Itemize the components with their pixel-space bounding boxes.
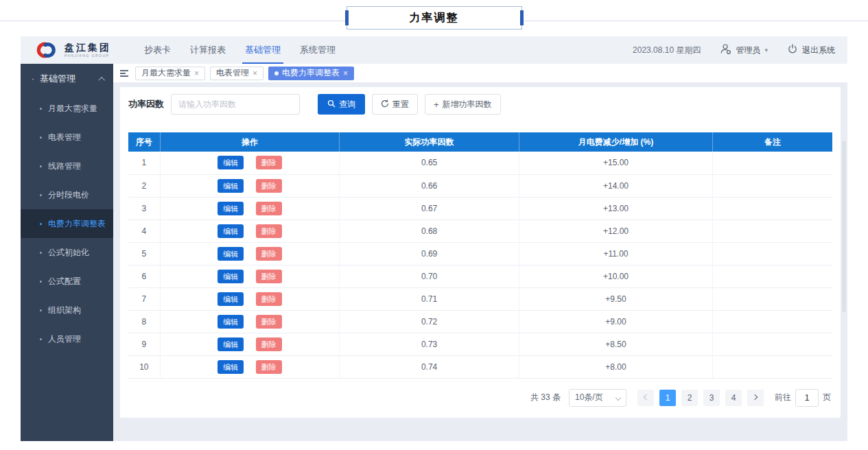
delete-button[interactable]: 删除 (256, 247, 282, 261)
row-actual-power-factor: 0.72 (340, 310, 519, 333)
scrollbar-thumb[interactable] (842, 141, 846, 312)
table-row: 5 编辑 删除 0.69 +11.00 (128, 242, 832, 265)
prev-page-button[interactable] (637, 390, 654, 406)
row-actions: 编辑 删除 (160, 174, 340, 197)
row-actual-power-factor: 0.66 (340, 174, 519, 197)
row-actions: 编辑 删除 (160, 152, 340, 174)
close-icon[interactable]: × (343, 69, 348, 78)
top-banner: 力率调整 (0, 0, 868, 36)
page-title-box: 力率调整 (347, 6, 522, 29)
row-monthly-fee-change: +9.50 (519, 287, 712, 310)
sidebar-item-8[interactable]: 人员管理 (21, 324, 113, 353)
reset-button[interactable]: 重置 (372, 94, 418, 115)
row-actual-power-factor: 0.73 (340, 333, 519, 355)
edit-button[interactable]: 编辑 (218, 315, 244, 329)
page-number-button-1[interactable]: 1 (659, 390, 676, 406)
tabs-collapse-icon[interactable] (120, 70, 128, 77)
page-number-button-4[interactable]: 4 (725, 390, 742, 406)
sidebar-item-1[interactable]: 电表管理 (21, 123, 113, 152)
sidebar-item-7[interactable]: 组织架构 (21, 296, 113, 324)
tab-meter-management[interactable]: 电表管理 × (210, 67, 263, 80)
goto-page-input[interactable] (795, 389, 819, 407)
row-actions: 编辑 删除 (160, 265, 340, 287)
edit-button[interactable]: 编辑 (218, 338, 244, 351)
bullet-icon (40, 108, 42, 110)
delete-button[interactable]: 删除 (256, 179, 282, 193)
date-text: 2023.08.10 星期四 (633, 45, 701, 56)
bullet-icon (40, 223, 42, 225)
user-menu[interactable]: 管理员 ▾ (720, 43, 768, 58)
delete-button[interactable]: 删除 (256, 360, 282, 374)
edit-button[interactable]: 编辑 (218, 179, 244, 193)
row-actual-power-factor: 0.67 (340, 197, 519, 220)
delete-button[interactable]: 删除 (256, 202, 282, 215)
delete-button[interactable]: 删除 (256, 156, 282, 169)
chevron-up-icon (98, 76, 105, 83)
bullet-icon (40, 309, 42, 311)
refresh-icon (381, 99, 389, 110)
sidebar-item-label: 分时段电价 (48, 189, 89, 201)
close-icon[interactable]: × (194, 69, 199, 78)
table-header: 序号操作实际功率因数月电费减少/增加 (%)备注 (128, 132, 832, 152)
nav-item-3[interactable]: 系统管理 (290, 36, 345, 64)
delete-button[interactable]: 删除 (256, 270, 282, 283)
nav-item-2[interactable]: 基础管理 (235, 36, 290, 64)
edit-button[interactable]: 编辑 (218, 202, 244, 215)
page-size-label: 10条/页 (575, 392, 603, 403)
scrollbar-track[interactable] (842, 65, 846, 440)
next-page-button[interactable] (747, 390, 764, 406)
user-icon (720, 43, 731, 58)
sidebar-item-label: 线路管理 (48, 161, 81, 172)
add-power-factor-button[interactable]: + 新增功率因数 (425, 94, 501, 115)
table-row: 4 编辑 删除 0.68 +12.00 (128, 220, 832, 242)
sidebar-item-2[interactable]: 线路管理 (21, 152, 113, 180)
delete-button[interactable]: 删除 (256, 224, 282, 238)
nav-item-1[interactable]: 计算报表 (180, 36, 235, 64)
goto-unit-label: 页 (823, 392, 831, 403)
tab-label: 电表管理 (216, 67, 249, 79)
edit-button[interactable]: 编辑 (218, 247, 244, 261)
column-header-1: 操作 (160, 132, 340, 152)
close-icon[interactable]: × (253, 69, 257, 78)
nav-item-0[interactable]: 抄表卡 (134, 36, 180, 64)
row-actions: 编辑 删除 (160, 310, 340, 333)
logout-button[interactable]: 退出系统 (787, 43, 835, 57)
search-button[interactable]: 查询 (318, 94, 365, 115)
row-index: 10 (128, 355, 160, 378)
sidebar-item-3[interactable]: 分时段电价 (21, 180, 113, 209)
row-remark (713, 220, 832, 242)
row-actual-power-factor: 0.71 (340, 287, 519, 310)
row-index: 5 (128, 242, 160, 265)
edit-button[interactable]: 编辑 (218, 360, 244, 374)
search-icon (327, 99, 336, 110)
delete-button[interactable]: 删除 (256, 292, 282, 306)
delete-button[interactable]: 删除 (256, 315, 282, 329)
page-size-select[interactable]: 10条/页 (569, 389, 626, 407)
banner-bar-left (345, 10, 349, 25)
tab-monthly-max-demand[interactable]: 月最大需求量 × (135, 67, 205, 80)
tab-power-factor-table[interactable]: 电费力率调整表 × (268, 67, 354, 80)
chevron-right-icon (752, 394, 758, 399)
column-header-2: 实际功率因数 (340, 132, 519, 152)
edit-button[interactable]: 编辑 (218, 156, 244, 169)
table-row: 2 编辑 删除 0.66 +14.00 (128, 174, 832, 197)
row-remark (713, 197, 832, 220)
sidebar-item-4[interactable]: 电费力率调整表 (21, 209, 113, 238)
edit-button[interactable]: 编辑 (218, 270, 244, 283)
page-number-button-3[interactable]: 3 (703, 390, 720, 406)
sidebar-group-basic-management[interactable]: · 基础管理 (21, 64, 113, 94)
sidebar-item-0[interactable]: 月最大需求量 (21, 94, 113, 123)
banner-bar-right (520, 10, 524, 25)
sidebar-item-label: 电表管理 (48, 132, 81, 143)
power-factor-input[interactable] (171, 94, 300, 115)
sidebar-item-5[interactable]: 公式初始化 (21, 238, 113, 267)
header-right: 2023.08.10 星期四 管理员 ▾ (633, 43, 835, 58)
sidebar-item-6[interactable]: 公式配置 (21, 267, 113, 296)
edit-button[interactable]: 编辑 (218, 292, 244, 306)
page-number-button-2[interactable]: 2 (681, 390, 698, 406)
row-remark (713, 355, 832, 378)
row-monthly-fee-change: +8.50 (519, 333, 712, 355)
edit-button[interactable]: 编辑 (218, 224, 244, 238)
delete-button[interactable]: 删除 (256, 338, 282, 351)
row-monthly-fee-change: +9.00 (519, 310, 712, 333)
